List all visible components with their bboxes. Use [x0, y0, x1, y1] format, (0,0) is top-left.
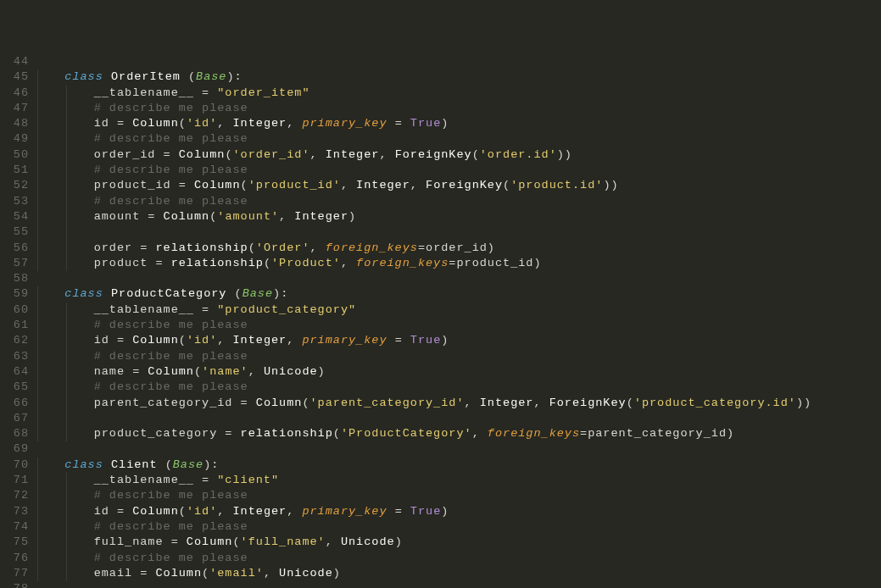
code-content[interactable]: # describe me please: [36, 519, 248, 535]
token-str: 'order.id': [480, 148, 557, 161]
token-bool: True: [410, 117, 441, 130]
indent-guide: # describe me please: [66, 194, 248, 209]
code-editor[interactable]: 4445 class OrderItem (Base):46 __tablena…: [0, 51, 881, 588]
token-punc: [388, 334, 395, 347]
token-cmt: # describe me please: [94, 350, 248, 363]
code-line[interactable]: 75 full_name = Column('full_name', Unico…: [0, 535, 881, 550]
code-line[interactable]: 68 product_category = relationship('Prod…: [0, 426, 881, 441]
token-str: "order_item": [217, 86, 309, 99]
code-content[interactable]: id = Column('id', Integer, primary_key =…: [36, 504, 449, 519]
code-line[interactable]: 52 product_id = Column('product_id', Int…: [0, 178, 881, 193]
code-content[interactable]: product_id = Column('product_id', Intege…: [36, 178, 619, 193]
code-content[interactable]: [36, 411, 94, 426]
token-str: 'full_name': [241, 535, 326, 548]
code-line[interactable]: 78: [0, 581, 881, 588]
indent-guide: __tablename__ = "product_category": [66, 302, 356, 318]
code-content[interactable]: order = relationship('Order', foreign_ke…: [36, 241, 495, 256]
code-content[interactable]: id = Column('id', Integer, primary_key =…: [36, 333, 449, 348]
code-line[interactable]: 47 # describe me please: [0, 101, 881, 116]
code-line[interactable]: 73 id = Column('id', Integer, primary_ke…: [0, 504, 881, 519]
token-str: "product_category": [217, 303, 356, 316]
token-punc: ):: [273, 287, 288, 300]
line-number: 47: [0, 101, 36, 116]
code-line[interactable]: 55: [0, 225, 881, 240]
code-line[interactable]: 46 __tablename__ = "order_item": [0, 86, 881, 101]
code-line[interactable]: 64 name = Column('name', Unicode): [0, 364, 881, 380]
code-line[interactable]: 74 # describe me please: [0, 519, 881, 535]
code-line[interactable]: 65 # describe me please: [0, 380, 881, 395]
code-line[interactable]: 67: [0, 411, 881, 426]
code-content[interactable]: # describe me please: [36, 194, 248, 209]
code-line[interactable]: 61 # describe me please: [0, 318, 881, 333]
indent-guide: __tablename__ = "order_item": [66, 86, 309, 101]
code-content[interactable]: order_id = Column('order_id', Integer, F…: [36, 147, 572, 163]
indent-guide: [66, 411, 93, 426]
code-content[interactable]: amount = Column('amount', Integer): [36, 209, 356, 225]
token-punc: product: [94, 257, 156, 269]
code-line[interactable]: 62 id = Column('id', Integer, primary_ke…: [0, 333, 881, 348]
indent-guide: product_id = Column('product_id', Intege…: [37, 178, 619, 193]
line-number: 59: [0, 286, 36, 302]
code-content[interactable]: # describe me please: [36, 131, 248, 147]
code-line[interactable]: 56 order = relationship('Order', foreign…: [0, 241, 881, 256]
code-line[interactable]: 58: [0, 271, 881, 286]
code-line[interactable]: 48 id = Column('id', Integer, primary_ke…: [0, 116, 881, 131]
code-content[interactable]: name = Column('name', Unicode): [36, 364, 326, 380]
code-line[interactable]: 72 # describe me please: [0, 488, 881, 503]
code-content[interactable]: # describe me please: [36, 349, 248, 364]
code-line[interactable]: 76 # describe me please: [0, 551, 881, 566]
code-line[interactable]: 57 product = relationship('Product', for…: [0, 256, 881, 271]
code-content[interactable]: parent_category_id = Column('parent_cate…: [36, 396, 811, 411]
code-content[interactable]: # describe me please: [36, 488, 248, 503]
code-line[interactable]: 66 parent_category_id = Column('parent_c…: [0, 396, 881, 411]
token-punc: ,: [279, 210, 294, 223]
code-line[interactable]: 53 # describe me please: [0, 194, 881, 209]
code-content[interactable]: # describe me please: [36, 318, 248, 333]
code-line[interactable]: 69: [0, 441, 881, 457]
code-content[interactable]: __tablename__ = "client": [36, 473, 279, 488]
code-content[interactable]: # describe me please: [36, 551, 248, 566]
code-line[interactable]: 77 email = Column('email', Unicode): [0, 566, 881, 581]
code-line[interactable]: 44: [0, 54, 881, 69]
code-content[interactable]: [36, 225, 94, 240]
code-content[interactable]: full_name = Column('full_name', Unicode): [36, 535, 403, 550]
code-content[interactable]: # describe me please: [36, 101, 248, 116]
code-content[interactable]: class OrderItem (Base):: [36, 69, 243, 85]
code-content[interactable]: # describe me please: [36, 163, 248, 178]
code-line[interactable]: 70 class Client (Base):: [0, 458, 881, 473]
code-line[interactable]: 71 __tablename__ = "client": [0, 473, 881, 488]
indent-guide: product_id = Column('product_id', Intege…: [66, 178, 618, 193]
token-punc: =: [117, 505, 125, 518]
code-line[interactable]: 51 # describe me please: [0, 163, 881, 178]
token-punc: =: [140, 567, 148, 580]
token-punc: ,: [264, 567, 279, 580]
code-content[interactable]: # describe me please: [36, 380, 248, 395]
line-number: 71: [0, 473, 36, 488]
indent-guide: __tablename__ = "client": [66, 473, 279, 488]
code-content[interactable]: __tablename__ = "order_item": [36, 86, 309, 101]
token-kw: class: [64, 287, 103, 300]
token-func: Unicode: [279, 567, 333, 580]
token-func: Integer: [232, 505, 287, 518]
code-content[interactable]: class Client (Base):: [36, 458, 219, 473]
code-line[interactable]: 54 amount = Column('amount', Integer): [0, 209, 881, 225]
token-func: relationship: [155, 241, 248, 254]
code-content[interactable]: __tablename__ = "product_category": [36, 302, 356, 318]
code-line[interactable]: 59 class ProductCategory (Base):: [0, 286, 881, 302]
code-content[interactable]: id = Column('id', Integer, primary_key =…: [36, 116, 449, 131]
token-param: foreign_keys: [356, 257, 449, 269]
code-content[interactable]: product_category = relationship('Product…: [36, 426, 734, 441]
line-number: 69: [0, 441, 36, 457]
code-content[interactable]: product = relationship('Product', foreig…: [36, 256, 542, 271]
code-line[interactable]: 45 class OrderItem (Base):: [0, 69, 881, 85]
token-punc: (: [503, 179, 510, 191]
code-line[interactable]: 50 order_id = Column('order_id', Integer…: [0, 147, 881, 163]
code-content[interactable]: email = Column('email', Unicode): [36, 566, 341, 581]
code-line[interactable]: 49 # describe me please: [0, 131, 881, 147]
code-line[interactable]: 60 __tablename__ = "product_category": [0, 302, 881, 318]
token-bool: True: [410, 334, 441, 347]
code-content[interactable]: class ProductCategory (Base):: [36, 286, 288, 302]
code-line[interactable]: 63 # describe me please: [0, 349, 881, 364]
token-punc: [125, 117, 132, 130]
token-punc: parent_category_id): [588, 427, 734, 440]
